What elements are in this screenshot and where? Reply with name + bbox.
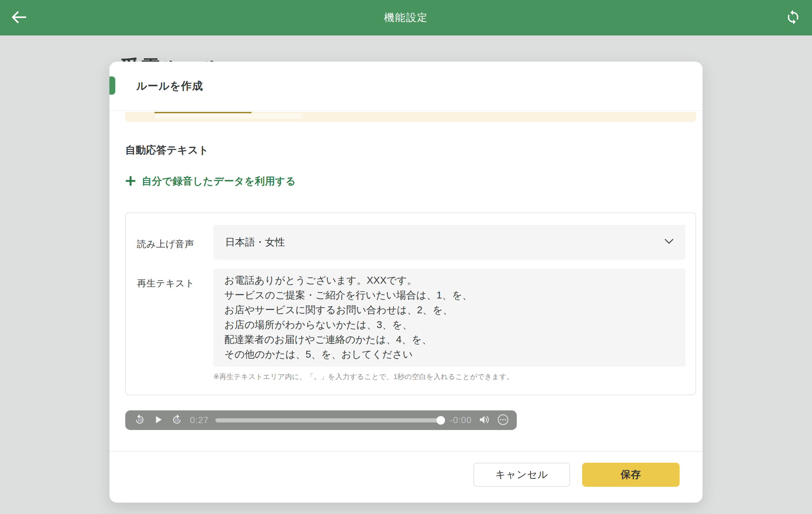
svg-text:10: 10 (174, 418, 179, 422)
auto-response-section-heading: 自動応答テキスト (125, 143, 209, 157)
remaining-time: -0:00 (450, 415, 472, 426)
plus-icon (125, 176, 136, 187)
app-bar: 機能設定 (0, 0, 812, 35)
add-recording-label: 自分で録音したデータを利用する (142, 175, 296, 188)
progress-track[interactable] (215, 418, 443, 422)
page-title: 機能設定 (0, 0, 812, 35)
auto-response-form-card: 読み上げ音声 日本語・女性 再生テキスト お電話ありがとうございます。XXXです… (125, 212, 696, 395)
play-button[interactable] (153, 414, 164, 426)
playback-text-label: 再生テキスト (137, 277, 195, 290)
banner-ghost-item (155, 113, 303, 119)
more-button[interactable] (497, 414, 509, 427)
ellipsis-icon (497, 414, 509, 427)
progress-fill (215, 418, 441, 422)
notice-banner (125, 112, 696, 122)
voice-label: 読み上げ音声 (137, 238, 194, 250)
save-button[interactable]: 保存 (582, 463, 680, 487)
forward-10-button[interactable]: 10 (170, 413, 183, 427)
rewind-10-button[interactable]: 10 (133, 413, 146, 427)
add-recording-link[interactable]: 自分で録音したデータを利用する (125, 175, 296, 188)
chevron-down-icon (664, 239, 674, 246)
svg-text:10: 10 (137, 418, 142, 422)
voice-select[interactable]: 日本語・女性 (213, 225, 685, 260)
play-icon (153, 414, 164, 426)
volume-icon (478, 414, 491, 426)
playback-note: ※再生テキストエリア内に、「。」を入力することで、1秒の空白を入れることができま… (213, 372, 514, 381)
refresh-icon (785, 9, 801, 26)
cancel-button[interactable]: キャンセル (473, 463, 570, 487)
refresh-button[interactable] (774, 0, 812, 35)
banner-active-tab-underline (154, 112, 252, 113)
footer-divider (109, 451, 703, 452)
volume-button[interactable] (478, 414, 491, 426)
modal-header: ルールを作成 (109, 62, 703, 111)
elapsed-time: 0:27 (190, 415, 209, 426)
forward-10-icon: 10 (170, 413, 183, 427)
create-rule-modal: ルールを作成 自動応答テキスト 自分で録音したデータを利用する 読み上げ音声 日… (109, 62, 703, 503)
progress-thumb[interactable] (437, 416, 445, 424)
playback-textarea[interactable]: お電話ありがとうございます。XXXです。 サービスのご提案・ご紹介を行いたい場合… (213, 269, 685, 367)
audio-player: 10 10 0:27 -0:00 (125, 410, 517, 430)
rewind-10-icon: 10 (133, 413, 146, 427)
modal-accent-tab (109, 76, 115, 95)
voice-select-value: 日本語・女性 (225, 235, 285, 249)
modal-title: ルールを作成 (136, 79, 203, 93)
